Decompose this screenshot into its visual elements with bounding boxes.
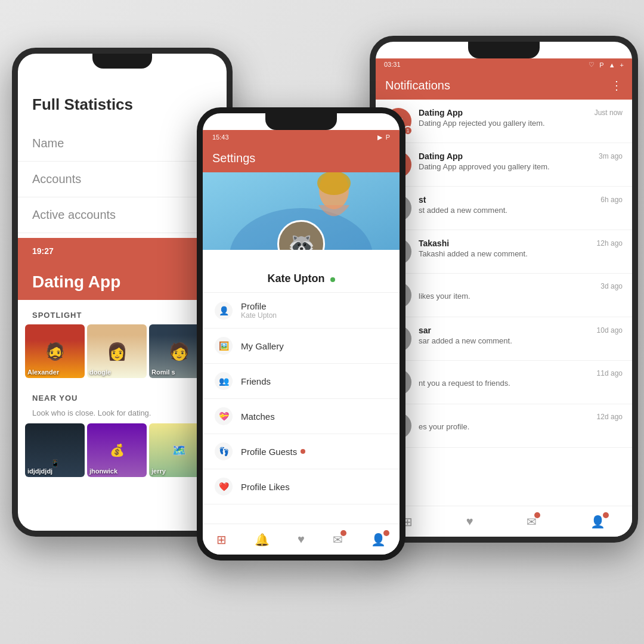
heart-status-icon: ♡ <box>589 61 595 69</box>
spotlight-label: SPOTLIGHT <box>18 302 227 324</box>
notif-desc-3: Takashi added a new comment. <box>419 249 623 258</box>
notification-item-7[interactable]: 👤 12d ago es your profile. <box>376 404 632 448</box>
notif-title-2: st <box>419 195 426 205</box>
bottom-nav-right: ⊞ ♥ ✉ 👤 <box>376 506 632 537</box>
status-time-right: 03:31 <box>384 61 401 69</box>
notification-item-5[interactable]: 👤 sar 10d ago sar added a new comment. <box>376 317 632 361</box>
notif-desc-7: es your profile. <box>419 422 623 431</box>
near-item-1[interactable]: 💰 jhonwick <box>87 423 147 477</box>
notification-item-0[interactable]: ❤ 1 Dating App Just now Dating App rejec… <box>376 100 632 143</box>
profile-badge <box>383 530 389 536</box>
stats-name: Name <box>18 126 227 162</box>
stats-active-accounts: Active accounts <box>18 197 227 233</box>
menu-profile-likes[interactable]: ❤️ Profile Likes <box>203 469 400 504</box>
spotlight-name-0: Alexander <box>27 369 59 376</box>
notif-time-2: 6h ago <box>600 196 623 204</box>
notif-time-6: 11d ago <box>597 369 623 377</box>
notch-middle <box>265 113 337 130</box>
menu-gallery[interactable]: 🖼️ My Gallery <box>203 329 400 364</box>
notif-title-0: Dating App <box>419 108 463 117</box>
notif-title-3: Takashi <box>419 239 449 248</box>
active-time-row: 19:27 <box>18 238 227 264</box>
right-nav-mail[interactable]: ✉ <box>527 515 537 529</box>
three-dot-menu[interactable]: ⋮ <box>611 78 623 92</box>
profile-label: Profile <box>241 301 277 311</box>
notification-item-4[interactable]: 👤 3d ago likes your item. <box>376 274 632 317</box>
profile-avatar: 🦝 <box>277 220 325 250</box>
right-profile-badge <box>603 512 609 518</box>
profile-avatar-container: 🦝 ✓ <box>277 220 325 250</box>
near-you-label: NEAR YOU <box>18 385 227 407</box>
near-name-0: idjdjdjdj <box>27 467 52 475</box>
bottom-nav-middle: ⊞ 🔔 ♥ ✉ 👤 <box>203 524 400 555</box>
signal-icon: ▶ <box>377 134 382 141</box>
spotlight-name-2: Romil s <box>151 369 175 376</box>
status-time-middle: 15:43 <box>212 134 229 141</box>
right-nav-heart[interactable]: ♥ <box>466 515 473 528</box>
phone-bottom-middle <box>203 555 400 561</box>
notification-item-2[interactable]: 👤 st 6h ago st added a new comment. <box>376 187 632 230</box>
status-bar-middle: 15:43 ▶ P <box>203 130 400 144</box>
spotlight-name-1: doogle <box>89 369 111 376</box>
notif-desc-2: st added a new comment. <box>419 206 623 215</box>
right-nav-profile[interactable]: 👤 <box>590 515 605 529</box>
guests-label: Profile Guests <box>241 447 297 457</box>
notification-item-1[interactable]: ❤ Dating App 3m ago Dating App approved … <box>376 143 632 187</box>
notif-time-7: 12d ago <box>597 413 623 421</box>
stats-accounts: Accounts <box>18 162 227 197</box>
friends-icon: 👥 <box>215 372 233 390</box>
likes-label: Profile Likes <box>241 482 290 492</box>
nav-profile-icon[interactable]: 👤 <box>371 532 386 547</box>
notif-time-3: 12h ago <box>597 239 623 247</box>
spotlight-item-1[interactable]: 👩 doogle <box>87 324 147 378</box>
status-bar-right: 03:31 ♡ P ▲ + <box>376 58 632 71</box>
menu-friends[interactable]: 👥 Friends <box>203 364 400 399</box>
wifi-icon: P <box>386 134 390 141</box>
profile-name-row: Kate Upton <box>203 273 400 293</box>
profile-name: Kate Upton <box>267 273 324 284</box>
notif-time-4: 3d ago <box>600 282 623 290</box>
near-you-desc: Look who is close. Look for dating. <box>18 407 227 423</box>
notif-title-5: sar <box>419 326 431 335</box>
notifications-header: Notifications ⋮ <box>376 71 632 100</box>
nav-bell-icon[interactable]: 🔔 <box>255 532 270 547</box>
notification-item-6[interactable]: 👤 11d ago nt you a request to friends. <box>376 361 632 404</box>
wifi-status-icon: ▲ <box>609 61 615 69</box>
notif-time-5: 10d ago <box>597 326 623 335</box>
likes-icon: ❤️ <box>215 478 233 496</box>
near-item-0[interactable]: 📱 idjdjdjdj <box>25 423 85 477</box>
notif-time-1: 3m ago <box>599 152 623 160</box>
settings-menu: 👤 Profile Kate Upton 🖼️ My Gallery 👥 Fri… <box>203 293 400 504</box>
notch-right <box>468 42 540 58</box>
guests-dot <box>301 449 305 454</box>
right-mail-badge <box>534 512 540 518</box>
notif-desc-4: likes your item. <box>419 292 623 301</box>
matches-icon: 💝 <box>215 407 233 425</box>
app-name-row: Dating App <box>18 264 227 300</box>
settings-header: Settings <box>203 144 400 172</box>
matches-label: Matches <box>241 411 275 422</box>
notif-desc-6: nt you a request to friends. <box>419 379 623 388</box>
message-badge <box>340 530 346 536</box>
near-name-2: jerry <box>151 467 166 475</box>
p-status-icon: P <box>599 61 603 69</box>
notifications-title: Notifications <box>385 79 450 92</box>
online-indicator <box>330 277 335 282</box>
nav-message-icon[interactable]: ✉ <box>333 532 343 547</box>
menu-profile[interactable]: 👤 Profile Kate Upton <box>203 293 400 329</box>
nav-heart-icon[interactable]: ♥ <box>298 532 305 546</box>
notif-time-0: Just now <box>595 109 623 117</box>
menu-matches[interactable]: 💝 Matches <box>203 399 400 434</box>
spotlight-item-0[interactable]: 🧔 Alexander <box>25 324 85 378</box>
gallery-icon: 🖼️ <box>215 337 233 355</box>
phone-middle: 15:43 ▶ P Settings <box>197 107 405 561</box>
notification-item-3[interactable]: 👤 Takashi 12h ago Takashi added a new co… <box>376 230 632 274</box>
home-button-middle[interactable] <box>286 559 316 561</box>
notch-left <box>92 54 152 69</box>
battery-status-icon: + <box>620 61 624 69</box>
nav-home-icon[interactable]: ⊞ <box>216 532 227 547</box>
menu-profile-guests[interactable]: 👣 Profile Guests <box>203 434 400 469</box>
near-grid: 📱 idjdjdjdj 💰 jhonwick 🗺️ jerry <box>18 423 227 477</box>
gallery-label: My Gallery <box>241 341 284 351</box>
notifications-list: ❤ 1 Dating App Just now Dating App rejec… <box>376 100 632 448</box>
